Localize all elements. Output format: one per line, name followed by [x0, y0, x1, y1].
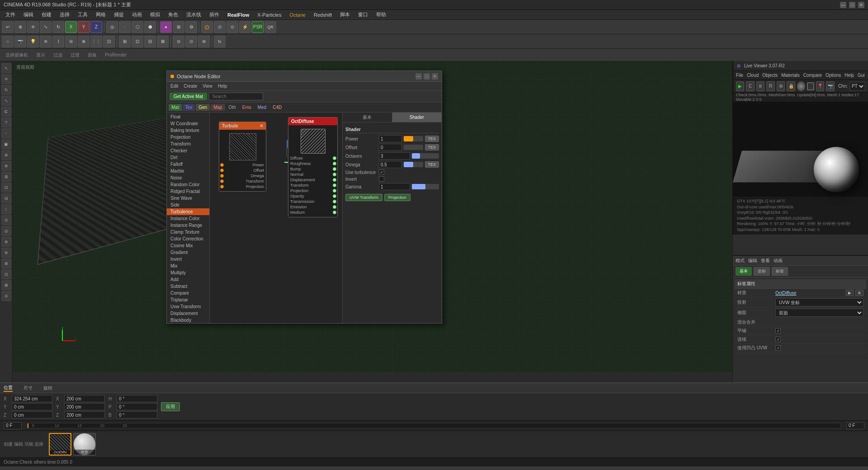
node-item-checker[interactable]: Checker [167, 147, 209, 154]
sidebar-move[interactable]: ✛ [1, 74, 11, 84]
sidebar-s7[interactable]: ⊟ [1, 193, 11, 203]
coord-h-rot-input[interactable] [117, 395, 157, 402]
tool-obj[interactable]: ◎ [106, 21, 118, 33]
node-item-wcoord[interactable]: W Coordinate [167, 120, 209, 127]
menu-anim[interactable]: 动画 [128, 10, 146, 19]
lv-btn-r[interactable]: R [766, 81, 774, 91]
sidebar-s10[interactable]: ◎ [1, 226, 11, 236]
ne-search-input[interactable] [209, 93, 263, 100]
node-item-float[interactable]: Float [167, 113, 209, 120]
tool-camera[interactable]: 📷 [14, 36, 26, 47]
prop-offset-input[interactable] [379, 144, 402, 151]
sidebar-rotate[interactable]: ↻ [1, 85, 11, 95]
attr-section-header-tag[interactable]: 标签属性 [735, 279, 866, 289]
coord-tab-size[interactable]: 尺寸 [24, 385, 33, 391]
lv-btn-pause[interactable]: ⏸ [756, 81, 764, 91]
node-item-subtract[interactable]: Subtract [167, 283, 209, 290]
node-item-noise[interactable]: Noise [167, 174, 209, 181]
node-item-multiply[interactable]: Multiply [167, 269, 209, 276]
mat-bar-menu[interactable]: 创建 编辑 功能 选择 [4, 441, 43, 447]
attr-tab-tag[interactable]: 标签 [772, 267, 788, 276]
coord-z-pos-input[interactable] [12, 411, 52, 418]
node-item-cosine[interactable]: Cosine Mix [167, 242, 209, 249]
sidebar-s4[interactable]: ⊕ [1, 161, 11, 171]
sidebar-s1[interactable]: ◦ [1, 128, 11, 138]
attr-menu-mode[interactable]: 模式 [736, 258, 745, 264]
tool-sweep[interactable]: ⌇ [52, 36, 64, 47]
prop-octaves-input[interactable] [379, 152, 410, 160]
coord-p-rot-input[interactable] [117, 403, 157, 410]
tool-points[interactable]: · [119, 21, 131, 33]
close-button[interactable]: ✕ [858, 2, 864, 8]
prop-octaves-slider[interactable] [412, 153, 439, 159]
tool-scale[interactable]: ⤡ [40, 21, 52, 33]
menu-window[interactable]: 窗口 [354, 10, 372, 19]
ne-menu-help[interactable]: Help [218, 84, 227, 89]
lv-menu-objects[interactable]: Objects [762, 73, 778, 78]
menu-char[interactable]: 角色 [165, 10, 182, 19]
sidebar-s3[interactable]: ⊛ [1, 150, 11, 160]
prop-uvw-btn[interactable]: UVW Transform [345, 194, 382, 201]
tool-psr[interactable]: PSR [252, 21, 264, 33]
ne-tab-mat[interactable]: Mat [169, 104, 182, 111]
turbulence-in-power[interactable] [220, 163, 224, 167]
tool-undo[interactable]: ↩ [2, 21, 14, 33]
coord-y-size-input[interactable] [64, 403, 105, 410]
tool-rotate[interactable]: ↻ [52, 21, 64, 33]
attr-menu-view[interactable]: 查看 [761, 258, 770, 264]
turbulence-node-expand[interactable]: ⊕ [260, 124, 263, 128]
sidebar-s16[interactable]: ⊝ [1, 291, 11, 301]
coord-x-pos-input[interactable] [12, 395, 52, 402]
tool-render[interactable]: ● [160, 21, 172, 33]
tool-settings[interactable]: ⚙ [185, 21, 197, 33]
lv-menu-file[interactable]: File [736, 73, 743, 78]
viewport-tab-filter[interactable]: 过滤 [50, 52, 66, 58]
lv-btn-loc[interactable]: 📍 [816, 81, 824, 91]
tool-fx[interactable]: fx [214, 36, 226, 47]
octdiffuse-out-diffuse[interactable] [333, 156, 336, 160]
sidebar-select[interactable]: ↖ [1, 63, 11, 73]
menu-script[interactable]: 脚本 [336, 10, 354, 19]
menu-realflow[interactable]: RealFlow [224, 11, 253, 19]
ne-get-active-mat[interactable]: Get Active Mat [170, 93, 207, 100]
node-editor-close[interactable]: ✕ [432, 73, 438, 80]
turbulence-in-projection[interactable] [220, 185, 224, 188]
viewport-tab-cameras[interactable]: 选择摄像机 [2, 52, 32, 58]
material-thumb-default[interactable]: 材质 [73, 433, 96, 456]
node-editor-minimize[interactable]: — [415, 73, 422, 80]
attr-projection-dropdown[interactable]: UVW 坐标 [775, 298, 863, 306]
sidebar-s8[interactable]: ↕ [1, 204, 11, 214]
tool-octane2[interactable]: ⊙ [214, 21, 226, 33]
node-item-invert[interactable]: Invert [167, 256, 209, 263]
ne-menu-view[interactable]: View [203, 84, 212, 89]
menu-tools[interactable]: 工具 [74, 10, 91, 19]
sidebar-s5[interactable]: ⊞ [1, 172, 11, 182]
lv-btn-sphere[interactable] [797, 81, 805, 91]
lv-btn-play[interactable]: ▶ [736, 81, 744, 91]
node-item-mix[interactable]: Mix [167, 263, 209, 269]
node-item-compare[interactable]: Compare [167, 290, 209, 296]
menu-redshift[interactable]: Redshift [310, 11, 335, 19]
turbulence-in-transform[interactable] [220, 179, 224, 183]
octdiffuse-out-displacement[interactable] [333, 178, 336, 182]
lv-menu-gui[interactable]: Gui [858, 73, 865, 78]
attr-side-dropdown[interactable]: 双面 [775, 309, 863, 317]
node-item-colorcor[interactable]: Color Correction [167, 235, 209, 242]
lv-menu-help[interactable]: Help [844, 73, 854, 78]
octdiffuse-out-medium[interactable] [333, 211, 336, 214]
sidebar-s15[interactable]: ⊠ [1, 280, 11, 290]
lv-btn-cam[interactable]: 📷 [826, 81, 834, 91]
tool-plug[interactable]: ⚡ [239, 21, 251, 33]
ne-menu-create[interactable]: Create [184, 84, 197, 89]
node-item-blackbody[interactable]: Blackbody Emission [167, 317, 209, 323]
turbulence-node[interactable]: Turbule ⊕ Power [219, 122, 266, 192]
node-item-triplanar[interactable]: Triplanar [167, 296, 209, 303]
sidebar-s9[interactable]: ⊙ [1, 215, 11, 225]
lv-menu-options[interactable]: Options [826, 73, 841, 78]
tool-deform[interactable]: ≋ [40, 36, 52, 47]
tool-snap2[interactable]: ⊡ [132, 36, 143, 47]
lv-btn-lock[interactable]: 🔒 [787, 81, 795, 91]
lv-menu-materials[interactable]: Materials [781, 73, 800, 78]
node-item-turbulence[interactable]: Turbulence [167, 208, 209, 215]
sidebar-s2[interactable]: ▣ [1, 139, 11, 149]
